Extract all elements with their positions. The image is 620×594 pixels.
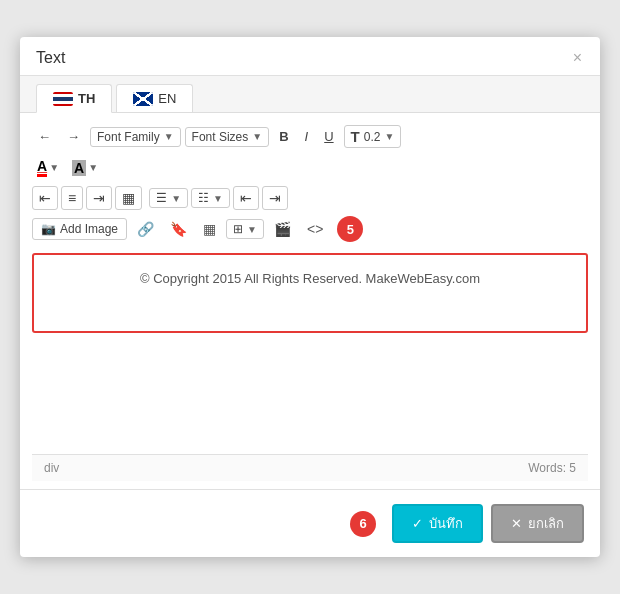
content-box[interactable]: © Copyright 2015 All Rights Reserved. Ma… [32, 253, 588, 333]
flag-en-icon [133, 92, 153, 106]
ordered-list-icon: ☷ [198, 191, 209, 205]
editor-footer: div Words: 5 [32, 454, 588, 481]
table-icon: ⊞ [233, 222, 243, 236]
align-justify-button[interactable]: ▦ [115, 186, 142, 210]
undo-button[interactable]: ← [32, 126, 57, 147]
toolbar-row-1: ← → Font Family ▼ Font Sizes ▼ B I U T 0… [32, 121, 588, 152]
add-image-label: Add Image [60, 222, 118, 236]
cancel-icon: ✕ [511, 516, 522, 531]
font-sizes-dropdown[interactable]: Font Sizes ▼ [185, 127, 270, 147]
tab-en-label: EN [158, 91, 176, 106]
content-text: © Copyright 2015 All Rights Reserved. Ma… [140, 271, 480, 286]
tab-en[interactable]: EN [116, 84, 193, 112]
dialog-header: Text × [20, 37, 600, 76]
indent-button[interactable]: ⇥ [262, 186, 288, 210]
flag-th-icon [53, 92, 73, 106]
badge-6: 6 [350, 511, 376, 537]
dialog-footer: 6 ✓ บันทึก ✕ ยกเลิก [20, 489, 600, 557]
bg-color-button[interactable]: A ▼ [67, 157, 103, 179]
toolbar-row-2: A ▼ A ▼ [32, 152, 588, 183]
close-button[interactable]: × [571, 50, 584, 66]
editor-area: ← → Font Family ▼ Font Sizes ▼ B I U T 0… [20, 113, 600, 489]
list-icon: ☰ [156, 191, 167, 205]
table-button[interactable]: ▦ [197, 217, 222, 241]
cancel-button[interactable]: ✕ ยกเลิก [491, 504, 584, 543]
cancel-label: ยกเลิก [528, 513, 564, 534]
words-count: Words: 5 [528, 461, 576, 475]
save-button[interactable]: ✓ บันทึก [392, 504, 483, 543]
font-sizes-label: Font Sizes [192, 130, 249, 144]
font-sizes-caret: ▼ [252, 131, 262, 142]
bg-color-caret: ▼ [88, 162, 98, 173]
align-right-button[interactable]: ⇥ [86, 186, 112, 210]
bg-color-a-label: A [72, 160, 86, 176]
bold-button[interactable]: B [273, 126, 294, 147]
italic-button[interactable]: I [299, 126, 315, 147]
checkmark-icon: ✓ [412, 516, 423, 531]
list-dropdown[interactable]: ☰ ▼ [149, 188, 188, 208]
tabs-row: TH EN [20, 76, 600, 113]
underline-button[interactable]: U [318, 126, 339, 147]
tab-th[interactable]: TH [36, 84, 112, 113]
align-center-button[interactable]: ≡ [61, 186, 83, 210]
link-button[interactable]: 🔗 [131, 217, 160, 241]
media-button[interactable]: 🎬 [268, 217, 297, 241]
redo-button[interactable]: → [61, 126, 86, 147]
table-dropdown[interactable]: ⊞ ▼ [226, 219, 264, 239]
tag-label: div [44, 461, 59, 475]
toolbar-row-4: 📷 Add Image 🔗 🔖 ▦ ⊞ ▼ 🎬 <> 5 [32, 213, 588, 245]
add-image-button[interactable]: 📷 Add Image [32, 218, 127, 240]
ordered-list-dropdown[interactable]: ☷ ▼ [191, 188, 230, 208]
font-family-dropdown[interactable]: Font Family ▼ [90, 127, 181, 147]
font-color-caret: ▼ [49, 162, 59, 173]
text-size-val: 0.2 [364, 130, 381, 144]
save-label: บันทึก [429, 513, 463, 534]
image-icon: 📷 [41, 222, 56, 236]
spacer [32, 341, 588, 454]
text-size-caret: ▼ [384, 131, 394, 142]
toolbar-row-3: ⇤ ≡ ⇥ ▦ ☰ ▼ ☷ ▼ ⇤ ⇥ [32, 183, 588, 213]
bookmark-button[interactable]: 🔖 [164, 217, 193, 241]
source-button[interactable]: <> [301, 217, 329, 241]
outdent-button[interactable]: ⇤ [233, 186, 259, 210]
text-dialog: Text × TH EN ← → Font Family ▼ Font Size… [20, 37, 600, 557]
font-family-caret: ▼ [164, 131, 174, 142]
font-family-label: Font Family [97, 130, 160, 144]
tab-th-label: TH [78, 91, 95, 106]
align-left-button[interactable]: ⇤ [32, 186, 58, 210]
dialog-title: Text [36, 49, 65, 67]
text-size-dropdown[interactable]: T 0.2 ▼ [344, 125, 402, 148]
font-color-button[interactable]: A ▼ [32, 155, 64, 180]
font-color-a-label: A [37, 158, 47, 177]
badge-5: 5 [337, 216, 363, 242]
text-size-t: T [351, 128, 360, 145]
